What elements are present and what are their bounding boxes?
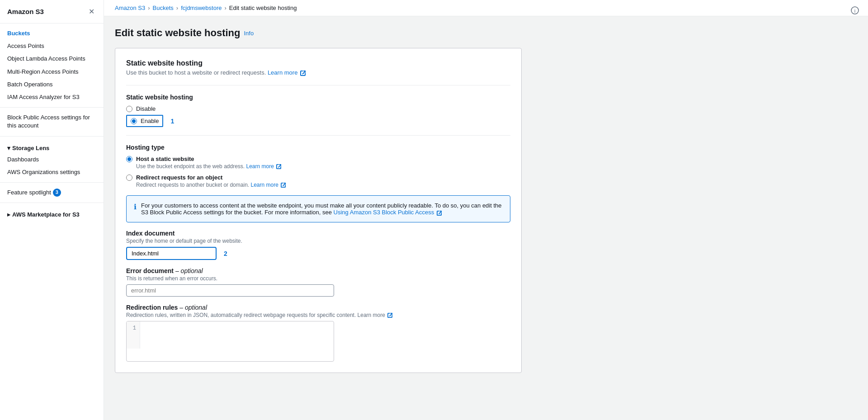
info-banner: ℹ For your customers to access content a… bbox=[126, 195, 510, 222]
code-content[interactable] bbox=[140, 321, 334, 349]
section-divider-1 bbox=[126, 85, 510, 85]
sidebar-item-object-lambda[interactable]: Object Lambda Access Points bbox=[0, 52, 104, 65]
page-title: Edit static website hosting bbox=[115, 27, 240, 39]
line-number-1: 1 bbox=[130, 324, 136, 332]
sidebar-item-org-settings[interactable]: AWS Organizations settings bbox=[0, 166, 104, 179]
sidebar: Amazon S3 ✕ Buckets Access Points Object… bbox=[0, 0, 104, 420]
learn-more-link-1[interactable]: Learn more bbox=[268, 69, 297, 76]
index-doc-label: Index document bbox=[126, 230, 510, 237]
hosting-type-redirect: Redirect requests for an object Redirect… bbox=[126, 174, 510, 188]
sidebar-storage-lens-toggle[interactable]: ▾ Storage Lens bbox=[0, 140, 104, 153]
breadcrumb-sep-1: › bbox=[148, 5, 150, 11]
error-doc-input[interactable] bbox=[126, 284, 334, 297]
radio-enable-label: Enable bbox=[141, 118, 159, 124]
host-static-label: Host a static website bbox=[136, 156, 194, 162]
index-doc-sublabel: Specify the home or default page of the … bbox=[126, 238, 510, 244]
host-static-learn-more[interactable]: Learn more bbox=[246, 163, 274, 170]
info-banner-link[interactable]: Using Amazon S3 Block Public Access bbox=[334, 209, 434, 216]
external-link-icon-4 bbox=[437, 210, 442, 215]
section-divider-2 bbox=[126, 135, 510, 136]
sidebar-divider-1 bbox=[0, 107, 104, 108]
breadcrumb: Amazon S3 › Buckets › fcjdmswebstore › E… bbox=[104, 0, 868, 16]
page-title-row: Edit static website hosting Info bbox=[115, 27, 857, 39]
external-link-icon-3 bbox=[281, 183, 286, 188]
radio-redirect[interactable]: Redirect requests for an object bbox=[126, 174, 510, 181]
info-link[interactable]: Info bbox=[244, 30, 254, 37]
breadcrumb-bucket[interactable]: fcjdmswebstore bbox=[181, 5, 222, 11]
sidebar-divider-2 bbox=[0, 136, 104, 137]
hosting-type-static: Host a static website Use the bucket end… bbox=[126, 156, 510, 170]
main-content: Amazon S3 › Buckets › fcjdmswebstore › E… bbox=[104, 0, 868, 420]
hosting-radio-label: Static website hosting bbox=[126, 94, 510, 101]
sidebar-close-button[interactable]: ✕ bbox=[87, 6, 96, 17]
radio-disable-input[interactable] bbox=[126, 106, 132, 112]
external-link-icon-5 bbox=[387, 313, 392, 318]
host-static-sub: Use the bucket endpoint as the web addre… bbox=[136, 163, 510, 170]
breadcrumb-sep-3: › bbox=[224, 5, 226, 11]
sidebar-item-block-public-access[interactable]: Block Public Access settings for this ac… bbox=[0, 111, 104, 132]
sidebar-feature-spotlight-label: Feature spotlight bbox=[7, 189, 51, 197]
card-section-title: Static website hosting bbox=[126, 59, 510, 67]
sidebar-item-buckets[interactable]: Buckets bbox=[0, 27, 104, 40]
breadcrumb-buckets[interactable]: Buckets bbox=[153, 5, 174, 11]
page-content: Edit static website hosting Info Static … bbox=[104, 16, 868, 420]
redirect-sub: Redirect requests to another bucket or d… bbox=[136, 182, 510, 188]
sidebar-aws-marketplace-toggle[interactable]: ▸ AWS Marketplace for S3 bbox=[0, 207, 104, 220]
step-1-number: 1 bbox=[170, 118, 174, 125]
redirect-learn-more[interactable]: Learn more bbox=[250, 182, 278, 188]
sidebar-divider-4 bbox=[0, 203, 104, 203]
radio-host-static-input[interactable] bbox=[126, 156, 132, 162]
radio-host-static[interactable]: Host a static website bbox=[126, 156, 510, 162]
index-doc-input-row: 2 bbox=[126, 247, 510, 260]
hosting-type-label: Hosting type bbox=[126, 144, 510, 151]
sidebar-aws-marketplace-label: AWS Marketplace for S3 bbox=[12, 211, 80, 218]
sidebar-item-iam-analyzer[interactable]: IAM Access Analyzer for S3 bbox=[0, 91, 104, 104]
index-doc-field: Index document Specify the home or defau… bbox=[126, 230, 510, 260]
redirect-label: Redirect requests for an object bbox=[136, 174, 222, 181]
radio-redirect-input[interactable] bbox=[126, 175, 132, 181]
external-link-icon-1 bbox=[300, 71, 306, 76]
sidebar-divider-3 bbox=[0, 182, 104, 183]
error-doc-sublabel: This is returned when an error occurs. bbox=[126, 275, 510, 282]
top-right-info-icon[interactable]: i bbox=[851, 6, 859, 17]
info-banner-text: For your customers to access content at … bbox=[141, 202, 503, 216]
redirect-rules-sublabel: Redirection rules, written in JSON, auto… bbox=[126, 312, 510, 318]
breadcrumb-amazon-s3[interactable]: Amazon S3 bbox=[115, 5, 145, 11]
sidebar-item-batch-operations[interactable]: Batch Operations bbox=[0, 78, 104, 91]
line-numbers: 1 bbox=[127, 321, 140, 349]
index-doc-input[interactable] bbox=[126, 247, 217, 260]
sidebar-item-multi-region[interactable]: Multi-Region Access Points bbox=[0, 66, 104, 78]
info-banner-icon: ℹ bbox=[134, 203, 137, 211]
sidebar-title: Amazon S3 bbox=[7, 8, 44, 15]
feature-spotlight-badge: 3 bbox=[53, 189, 61, 197]
breadcrumb-sep-2: › bbox=[176, 5, 178, 11]
radio-enable-input[interactable] bbox=[131, 118, 137, 124]
breadcrumb-current: Edit static website hosting bbox=[229, 5, 297, 11]
redirect-rules-field: Redirection rules – optional Redirection… bbox=[126, 304, 510, 362]
hosting-radio-group: Disable Enable 1 bbox=[126, 105, 510, 127]
redirect-rules-label: Redirection rules – optional bbox=[126, 304, 510, 311]
redirect-rules-editor[interactable]: 1 bbox=[126, 321, 334, 362]
radio-disable[interactable]: Disable bbox=[126, 105, 510, 112]
chevron-right-icon: ▸ bbox=[7, 211, 10, 218]
radio-enable[interactable]: Enable bbox=[126, 115, 163, 127]
error-doc-field: Error document – optional This is return… bbox=[126, 267, 510, 297]
chevron-down-icon: ▾ bbox=[7, 145, 10, 151]
external-link-icon-2 bbox=[276, 164, 281, 169]
edit-card: Static website hosting Use this bucket t… bbox=[115, 48, 522, 373]
sidebar-item-feature-spotlight[interactable]: Feature spotlight 3 bbox=[0, 186, 104, 199]
code-editor-inner: 1 bbox=[127, 321, 334, 349]
error-doc-label: Error document – optional bbox=[126, 267, 510, 274]
redirect-rules-learn-more[interactable]: Learn more bbox=[358, 312, 385, 318]
sidebar-nav: Buckets Access Points Object Lambda Acce… bbox=[0, 24, 104, 223]
sidebar-item-dashboards[interactable]: Dashboards bbox=[0, 153, 104, 166]
radio-disable-label: Disable bbox=[136, 105, 156, 112]
svg-text:i: i bbox=[854, 8, 855, 14]
sidebar-storage-lens-label: Storage Lens bbox=[12, 145, 49, 151]
card-section-subtitle: Use this bucket to host a website or red… bbox=[126, 69, 510, 76]
sidebar-header: Amazon S3 ✕ bbox=[0, 0, 104, 24]
sidebar-item-access-points[interactable]: Access Points bbox=[0, 40, 104, 52]
step-2-number: 2 bbox=[224, 250, 227, 257]
